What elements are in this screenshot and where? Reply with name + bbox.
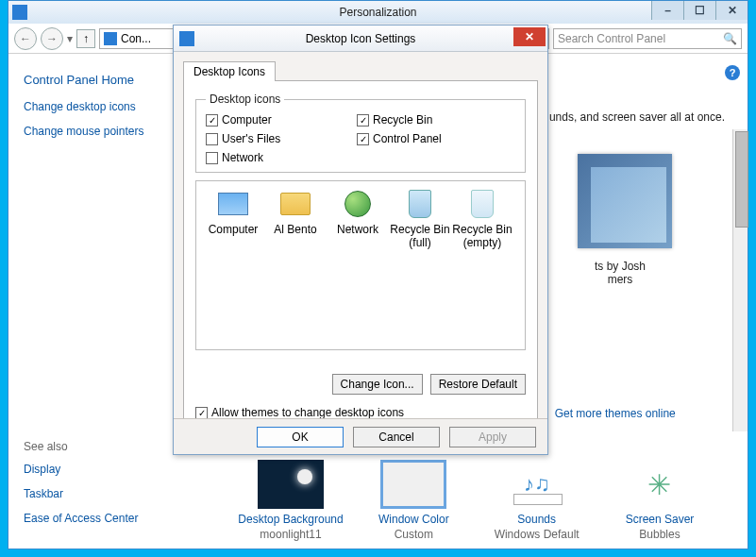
see-also-heading: See also [24, 440, 167, 453]
theme-thumbnail[interactable] [578, 154, 672, 248]
checkbox-control-panel-label: Control Panel [373, 132, 442, 145]
window-color-thumb [380, 460, 446, 509]
checkbox-users-files-box [206, 133, 218, 145]
ok-button[interactable]: OK [257, 427, 344, 447]
desktop-icon-settings-dialog: Desktop Icon Settings ✕ Desktop Icons De… [173, 25, 548, 455]
icon-user-folder[interactable]: Al Bento [264, 187, 327, 262]
checkbox-control-panel[interactable]: ✓ Control Panel [357, 132, 508, 145]
close-button[interactable]: ✕ [715, 1, 748, 20]
desktop-icons-group: Desktop icons ✓ Computer User's Files Ne… [195, 93, 526, 173]
sounds-item[interactable]: Sounds Windows Default [476, 460, 598, 541]
checkbox-recycle-bin-box: ✓ [357, 114, 369, 127]
checkbox-computer-box: ✓ [206, 114, 218, 127]
up-button[interactable]: ↑ [76, 29, 95, 48]
see-also-taskbar[interactable]: Taskbar [24, 487, 167, 500]
tab-body: Desktop icons ✓ Computer User's Files Ne… [183, 80, 538, 430]
desktop-background-item[interactable]: Desktop Background moonlight11 [229, 460, 352, 541]
maximize-button[interactable]: ☐ [683, 1, 715, 20]
sidebar-link-change-mouse-pointers[interactable]: Change mouse pointers [24, 125, 167, 138]
checkbox-network-box [206, 152, 218, 164]
search-placeholder: Search Control Panel [558, 32, 665, 45]
allow-themes-row[interactable]: ✓ Allow themes to change desktop icons [195, 406, 404, 419]
dialog-footer: OK Cancel Apply [174, 418, 547, 454]
desktop-background-thumb [258, 460, 324, 509]
computer-icon [214, 187, 252, 221]
checkbox-computer[interactable]: ✓ Computer [206, 113, 357, 127]
window-color-item[interactable]: Window Color Custom [352, 460, 475, 541]
screen-saver-value: Bubbles [639, 528, 680, 541]
icon-computer-label: Computer [209, 223, 259, 236]
window-titlebar[interactable]: Personalization – ☐ ✕ [8, 1, 748, 24]
sidebar-heading[interactable]: Control Panel Home [24, 73, 167, 87]
window-controls: – ☐ ✕ [651, 1, 748, 20]
back-button[interactable]: ← [14, 27, 37, 50]
tab-desktop-icons[interactable]: Desktop Icons [183, 61, 276, 81]
checkbox-computer-label: Computer [222, 113, 272, 127]
dialog-title: Desktop Icon Settings [306, 32, 416, 45]
search-icon[interactable]: 🔍 [723, 32, 737, 45]
search-box[interactable]: Search Control Panel 🔍 [553, 28, 742, 49]
dialog-icon [179, 31, 194, 46]
checkbox-control-panel-box: ✓ [357, 133, 369, 145]
change-icon-button[interactable]: Change Icon... [332, 374, 423, 395]
scrollbar[interactable] [732, 129, 748, 431]
cancel-button[interactable]: Cancel [353, 427, 440, 447]
restore-default-button[interactable]: Restore Default [430, 374, 526, 395]
icon-preview-grid[interactable]: Computer Al Bento Network Recycle Bin (f… [195, 180, 526, 350]
desktop-background-value: moonlight11 [260, 528, 321, 541]
checkbox-recycle-bin-label: Recycle Bin [373, 113, 432, 127]
sounds-thumb [504, 460, 570, 509]
icon-network[interactable]: Network [327, 187, 389, 262]
recycle-bin-empty-icon [463, 187, 501, 221]
help-icon[interactable]: ? [725, 65, 740, 80]
recycle-bin-full-icon [401, 187, 439, 221]
dialog-close-button[interactable]: ✕ [513, 27, 546, 46]
see-also-display[interactable]: Display [24, 463, 167, 476]
history-dropdown-icon[interactable]: ▾ [67, 32, 73, 45]
checkbox-recycle-bin[interactable]: ✓ Recycle Bin [357, 113, 508, 127]
icon-user-folder-label: Al Bento [274, 223, 316, 236]
icon-network-label: Network [337, 223, 378, 236]
sidebar-link-change-desktop-icons[interactable]: Change desktop icons [24, 100, 167, 113]
forward-button[interactable]: → [41, 27, 63, 50]
category-row: Desktop Background moonlight11 Window Co… [229, 460, 721, 541]
icon-computer[interactable]: Computer [202, 187, 264, 262]
allow-themes-label: Allow themes to change desktop icons [211, 406, 404, 419]
sounds-label: Sounds [517, 513, 556, 526]
icon-recycle-bin-full-label: Recycle Bin (full) [389, 223, 451, 249]
desktop-background-label: Desktop Background [238, 513, 343, 526]
folder-icon [277, 187, 314, 221]
content-header-fragment: unds, and screen saver all at once. [549, 110, 725, 124]
screen-saver-thumb [627, 460, 693, 509]
app-icon [12, 5, 27, 20]
window-title: Personalization [339, 6, 416, 19]
minimize-button[interactable]: – [651, 1, 683, 20]
allow-themes-checkbox[interactable]: ✓ [195, 407, 208, 419]
window-color-label: Window Color [378, 513, 449, 526]
network-icon [339, 187, 377, 221]
tab-strip: Desktop Icons [183, 61, 538, 81]
sounds-value: Windows Default [495, 528, 580, 541]
screen-saver-label: Screen Saver [626, 513, 695, 526]
address-text: Con... [121, 32, 151, 45]
icon-recycle-bin-empty-label: Recycle Bin (empty) [451, 223, 513, 249]
window-color-value: Custom [395, 528, 433, 541]
apply-button[interactable]: Apply [449, 427, 536, 447]
screen-saver-item[interactable]: Screen Saver Bubbles [598, 460, 721, 541]
theme-name-fragment: ts by Josh mers [568, 260, 672, 286]
checkbox-network[interactable]: Network [206, 151, 357, 164]
checkbox-users-files-label: User's Files [222, 132, 280, 145]
get-more-themes-link[interactable]: Get more themes online [555, 407, 676, 420]
icon-recycle-bin-full[interactable]: Recycle Bin (full) [389, 187, 451, 262]
address-icon [104, 32, 117, 45]
checkbox-network-label: Network [222, 151, 263, 164]
icon-recycle-bin-empty[interactable]: Recycle Bin (empty) [451, 187, 513, 262]
sidebar: Control Panel Home Change desktop icons … [8, 54, 182, 549]
see-also-ease-of-access[interactable]: Ease of Access Center [24, 512, 167, 525]
dialog-titlebar[interactable]: Desktop Icon Settings ✕ [174, 25, 547, 52]
checkbox-users-files[interactable]: User's Files [206, 132, 357, 145]
group-legend: Desktop icons [206, 93, 284, 106]
icon-action-buttons: Change Icon... Restore Default [332, 374, 526, 395]
